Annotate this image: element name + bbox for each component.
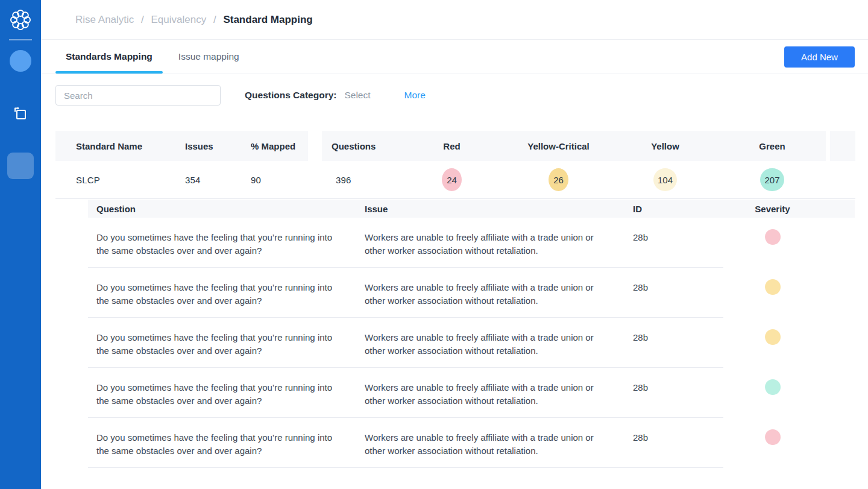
- sidebar: [0, 0, 41, 489]
- tabs-row: Standards Mapping Issue mapping Add New: [41, 40, 868, 74]
- question-row[interactable]: Do you sometimes have the feeling that y…: [88, 368, 855, 418]
- question-cell: Do you sometimes have the feeling that y…: [96, 331, 333, 357]
- col-issue: Issue: [365, 204, 633, 214]
- severity-dot: [765, 329, 781, 345]
- issue-cell: Workers are unable to freely affiliate w…: [365, 231, 599, 257]
- tab-standards-mapping[interactable]: Standards Mapping: [55, 40, 163, 74]
- yellow-count-badge: 104: [653, 168, 677, 191]
- sidebar-divider: [9, 39, 32, 40]
- col-standard-name: Standard Name: [55, 141, 185, 151]
- id-cell: 28b: [633, 331, 734, 368]
- col-severity: Severity: [734, 204, 811, 214]
- search-input[interactable]: [55, 85, 221, 106]
- filters-row: Questions Category: Select More: [41, 74, 868, 106]
- questions-category-select[interactable]: Select: [344, 90, 370, 101]
- yellow-count-cell: 104: [612, 168, 719, 191]
- breadcrumb-separator: /: [141, 14, 144, 25]
- questions-table: Question Issue ID Severity Do you someti…: [88, 200, 855, 468]
- app-root: Rise Analytic / Equivalency / Standard M…: [0, 0, 868, 489]
- question-cell: Do you sometimes have the feeling that y…: [96, 281, 333, 307]
- col-issues: Issues: [185, 141, 244, 151]
- severity-dot: [765, 279, 781, 295]
- topbar: Rise Analytic / Equivalency / Standard M…: [41, 0, 868, 40]
- id-cell: 28b: [633, 431, 734, 468]
- col-yellow: Yellow: [612, 141, 719, 151]
- sidebar-item-clone[interactable]: [12, 106, 29, 122]
- question-row[interactable]: Do you sometimes have the feeling that y…: [88, 268, 855, 318]
- tab-issue-mapping[interactable]: Issue mapping: [168, 40, 250, 74]
- red-count-badge: 24: [442, 168, 462, 191]
- severity-dot: [765, 229, 781, 245]
- issue-cell: Workers are unable to freely affiliate w…: [365, 331, 599, 357]
- yellow-critical-count-cell: 26: [505, 168, 612, 191]
- questions-table-body: Do you sometimes have the feeling that y…: [88, 218, 855, 468]
- breadcrumb-current: Standard Mapping: [223, 14, 312, 25]
- yellow-critical-count-badge: 26: [549, 168, 568, 191]
- issue-cell: Workers are unable to freely affiliate w…: [365, 381, 599, 407]
- breadcrumb-separator: /: [213, 14, 216, 25]
- id-cell: 28b: [633, 231, 734, 268]
- green-count-cell: 207: [719, 168, 826, 191]
- tabs: Standards Mapping Issue mapping: [41, 40, 250, 74]
- standard-name-cell: SLCP: [55, 175, 185, 185]
- question-cell: Do you sometimes have the feeling that y…: [96, 231, 333, 257]
- question-row[interactable]: Do you sometimes have the feeling that y…: [88, 418, 855, 468]
- col-percent-mapped: % Mapped: [244, 141, 308, 151]
- breadcrumb: Rise Analytic / Equivalency / Standard M…: [75, 14, 313, 26]
- app-logo[interactable]: [8, 8, 33, 32]
- question-cell: Do you sometimes have the feeling that y…: [96, 381, 333, 407]
- questions-table-header: Question Issue ID Severity: [88, 200, 855, 218]
- severity-dot: [765, 429, 781, 445]
- col-id: ID: [633, 204, 734, 214]
- questions-category-label: Questions Category:: [245, 90, 336, 101]
- col-green: Green: [719, 141, 826, 151]
- standards-table: Standard Name Issues % Mapped Questions …: [55, 131, 855, 468]
- question-row[interactable]: Do you sometimes have the feeling that y…: [88, 318, 855, 368]
- breadcrumb-item-rise-analytic[interactable]: Rise Analytic: [75, 14, 134, 25]
- user-avatar[interactable]: [10, 50, 31, 72]
- issues-cell: 354: [185, 175, 244, 185]
- clone-icon: [12, 106, 29, 122]
- col-questions: Questions: [322, 141, 398, 151]
- flower-logo-icon: [8, 8, 33, 32]
- percent-mapped-cell: 90: [244, 175, 308, 185]
- col-yellow-critical: Yellow-Critical: [505, 141, 612, 151]
- breadcrumb-item-equivalency[interactable]: Equivalency: [151, 14, 207, 25]
- main-content: Rise Analytic / Equivalency / Standard M…: [41, 0, 868, 489]
- more-link[interactable]: More: [404, 90, 426, 101]
- severity-dot: [765, 379, 781, 395]
- green-count-badge: 207: [760, 168, 784, 191]
- id-cell: 28b: [633, 381, 734, 418]
- issue-cell: Workers are unable to freely affiliate w…: [365, 281, 599, 307]
- col-red: Red: [398, 141, 505, 151]
- row-divider: [88, 467, 723, 468]
- question-cell: Do you sometimes have the feeling that y…: [96, 431, 333, 457]
- standards-table-header: Standard Name Issues % Mapped Questions …: [55, 131, 855, 161]
- sidebar-item-active[interactable]: [7, 153, 34, 179]
- col-question: Question: [88, 204, 365, 214]
- standard-row-slcp[interactable]: SLCP 354 90 396 24 26 104: [55, 161, 855, 199]
- id-cell: 28b: [633, 281, 734, 318]
- issue-cell: Workers are unable to freely affiliate w…: [365, 431, 599, 457]
- question-row[interactable]: Do you sometimes have the feeling that y…: [88, 218, 855, 268]
- red-count-cell: 24: [398, 168, 505, 191]
- add-new-button[interactable]: Add New: [784, 46, 855, 68]
- questions-count-cell: 396: [322, 175, 398, 185]
